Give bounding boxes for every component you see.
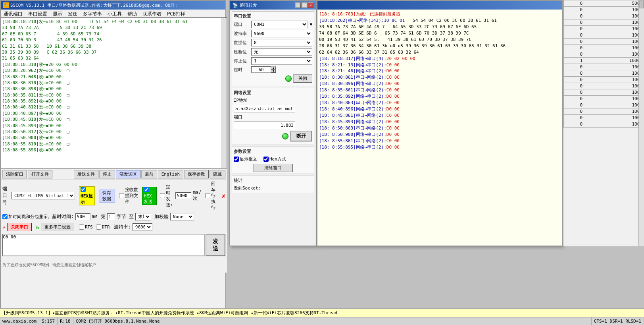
more-settings-btn[interactable]: 更多串口设置 xyxy=(41,223,74,231)
table-row: 01000 xyxy=(564,19,644,26)
baud-label: 波特率: xyxy=(114,224,131,230)
menu-serialsettings[interactable]: 串口设置 xyxy=(27,10,48,18)
stop-btn[interactable]: 停止 xyxy=(99,170,115,178)
table-cell-interval: 1000 xyxy=(584,102,644,108)
net-port-label-row: 端口 xyxy=(234,114,312,120)
main-title: SSCOM V5.13.1 串口/网络数据调试器,作者:大虾丁丁,2618058… xyxy=(10,2,177,8)
menu-multibyte[interactable]: 多字节串 xyxy=(82,10,103,18)
maximize-btn[interactable]: □ xyxy=(302,2,307,8)
menu-display[interactable]: 显示 xyxy=(52,10,63,18)
parity-row: 检验位 无 xyxy=(234,48,312,56)
baud-rate-label: 波特率 xyxy=(234,31,250,37)
byte-end-select[interactable]: 末尾 xyxy=(135,213,151,221)
close-port-btn[interactable]: 关闭串口 xyxy=(7,223,32,231)
main-status-bar: www.daxia.com S:157 R:18 COM2 已打开 9600bp… xyxy=(0,317,644,325)
hex-send-tag[interactable]: HEX发送 xyxy=(142,187,157,205)
hide-btn[interactable]: 隐藏 xyxy=(210,170,225,178)
open-file-btn[interactable]: 打开文件 xyxy=(28,170,52,178)
add-timestamp-check[interactable]: 加时间戳和分包显示, xyxy=(2,214,50,220)
port-select[interactable]: COM2 ELTIMA Virtual Serial xyxy=(12,192,75,199)
baud-row: 波特率 9600 xyxy=(234,30,312,37)
log-line-5: 28 66 31 37 36 34 30 61 3b u0 u5 39 36 3… xyxy=(319,43,560,49)
stats-section-title: 统计 xyxy=(234,178,312,184)
save-params-btn[interactable]: 保存参数 xyxy=(184,170,209,178)
parity-label: 检验位 xyxy=(234,49,250,55)
signal-icon: ⚡ xyxy=(2,224,6,230)
scrollbar-thumb[interactable] xyxy=(639,0,644,8)
checksum-select[interactable]: None xyxy=(170,213,194,221)
hex-display-tag[interactable]: HEX显示 xyxy=(79,186,95,205)
english-btn[interactable]: English xyxy=(158,170,183,178)
disconnect-btn[interactable]: 断开 xyxy=(290,131,312,141)
table-cell-interval: 1000 xyxy=(584,77,644,83)
timeout-input[interactable] xyxy=(251,66,271,73)
send-button[interactable]: 发 送 xyxy=(206,234,225,256)
main-title-bar: 🔧 SSCOM V5.13.1 串口/网络数据调试器,作者:大虾丁丁,26180… xyxy=(1,1,225,10)
databits-select[interactable]: 8 xyxy=(251,39,312,46)
checksum-label: 加校验 xyxy=(154,213,169,220)
timeout-dialog-label: 超时 xyxy=(234,67,250,73)
menu-send[interactable]: 发送 xyxy=(67,10,79,18)
ticker-bar: 【升级到SSCOM5.13.1】★嘉立创PCB打样SMT贴片服务. ★RT-Th… xyxy=(0,308,644,317)
timeout-up[interactable]: ▲ xyxy=(271,66,276,70)
table-row: 01000 xyxy=(564,83,644,89)
top-btn[interactable]: 最前 xyxy=(141,170,157,178)
databits-label: 数据位 xyxy=(234,40,250,46)
log-line-17: [18: 8:45:893]网络→串口(2):D0 00 xyxy=(319,119,560,125)
menu-pcb[interactable]: PCB打样 xyxy=(166,10,186,18)
baud-select[interactable]: 9600 xyxy=(133,223,152,231)
close-dialog-btn[interactable]: ✕ xyxy=(308,2,313,8)
log-line-8: [18: 8:21: 13]网络→串口(2):C0 00 xyxy=(319,62,560,68)
comms-title-text: 通讯转发 xyxy=(240,2,257,8)
scrollbar[interactable] xyxy=(221,18,227,168)
table-cell-count: 0 xyxy=(564,96,584,102)
table-cell-count: 0 xyxy=(564,70,584,77)
timed-send-check[interactable]: 定时发送: xyxy=(160,184,174,208)
timeout-value[interactable] xyxy=(75,213,90,220)
params-clear-window-btn[interactable]: 清除窗口 xyxy=(253,164,293,172)
com-port-select[interactable]: COM1 xyxy=(251,21,308,28)
show-message-check[interactable]: 显示报文 xyxy=(234,156,257,162)
menu-contact[interactable]: 联系作者 xyxy=(141,10,163,18)
car-return-check[interactable]: 回车行执行 xyxy=(205,181,220,211)
send-textarea[interactable]: C0 00 xyxy=(3,234,204,255)
net-port-input[interactable] xyxy=(234,122,295,129)
minimize-btn[interactable]: — xyxy=(295,2,301,8)
table-cell-count: 0 xyxy=(564,83,584,89)
send-file-btn[interactable]: 发送文件 xyxy=(74,170,98,178)
log-line-11: [18: 8:30:896]网络→串口(2):D0 00 xyxy=(319,81,560,87)
timeout-down[interactable]: ▼ xyxy=(271,70,276,73)
byte-start[interactable] xyxy=(107,213,115,220)
timed-send-value[interactable] xyxy=(175,192,191,199)
baud-rate-select[interactable]: 9600 xyxy=(251,30,312,37)
recv-to-file-check[interactable]: 接收数据到文件 xyxy=(119,187,138,205)
parity-select[interactable]: 无 xyxy=(251,48,312,56)
hex-mode-check[interactable]: Hex方式 xyxy=(263,156,286,162)
comms-dialog: 📡 通讯转发 — □ ✕ 串口设置 端口 COM1 ▼ 波特率 9600 数据位 xyxy=(229,0,317,246)
dtr-check[interactable]: DTR xyxy=(96,224,110,230)
clear-send-area-btn[interactable]: 清发送区 xyxy=(116,170,140,178)
receive-panel: [18:08:18.210]发→◇10 8C 01 00 D 51 54 F4 … xyxy=(1,17,227,168)
timeout-row: 超时 ▲ ▼ xyxy=(234,66,312,73)
serial-close-btn[interactable]: 关闭 xyxy=(293,74,312,83)
save-data-btn[interactable]: 保存数据 xyxy=(99,189,115,203)
menu-commsport[interactable]: 通讯端口 xyxy=(2,10,24,18)
table-row: 01000 xyxy=(564,96,644,102)
rts-check[interactable]: RTS xyxy=(79,224,93,230)
ip-input[interactable] xyxy=(234,105,295,112)
menu-help[interactable]: 帮助 xyxy=(126,10,138,18)
ip-input-row xyxy=(234,105,312,112)
stopbits-select[interactable]: 1 xyxy=(251,57,312,65)
clear-window-btn[interactable]: 清除窗口 xyxy=(2,170,27,178)
table-cell-count: 0 xyxy=(564,32,584,39)
serial-close-row: 关闭 xyxy=(234,74,312,83)
table-cell-interval: 1000 xyxy=(584,13,644,19)
right-scrollbar[interactable] xyxy=(638,0,644,246)
log-line-13: [18: 8:35:892]网络→串口(2):D0 00 xyxy=(319,93,560,100)
table-cell-count: 0 xyxy=(564,19,584,26)
menu-tools[interactable]: 小工具 xyxy=(106,10,123,18)
table-cell-count: 0 xyxy=(564,26,584,32)
net-port-input-row xyxy=(234,122,312,129)
table-cell-count: 0 xyxy=(564,7,584,13)
table-row: 01000 xyxy=(564,39,644,45)
